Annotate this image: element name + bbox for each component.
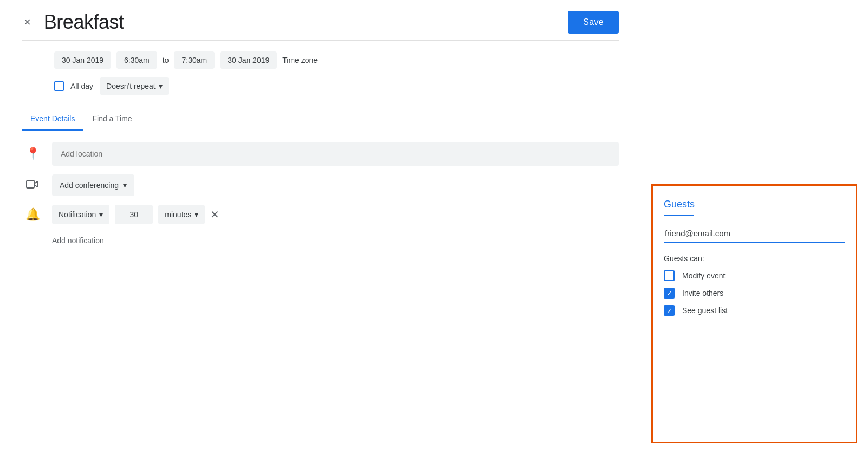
notification-type-label: Notification <box>59 210 96 219</box>
notification-unit-dropdown[interactable]: minutes ▾ <box>158 205 205 224</box>
see-guest-list-checkbox[interactable]: ✓ <box>664 305 675 316</box>
invite-others-label: Invite others <box>682 289 723 297</box>
tab-find-a-time[interactable]: Find a Time <box>83 108 140 131</box>
guests-panel: Guests Guests can: Modify event ✓ Invite… <box>651 184 857 443</box>
invite-others-checkmark-icon: ✓ <box>666 289 672 297</box>
modify-event-row: Modify event <box>664 270 845 281</box>
add-notification-button[interactable]: Add notification <box>52 236 104 245</box>
notification-row: 🔔 Notification ▾ minutes ▾ ✕ <box>22 205 619 224</box>
conferencing-caret-icon: ▾ <box>123 181 127 190</box>
notification-type-caret-icon: ▾ <box>99 210 103 219</box>
header-divider <box>22 40 619 41</box>
location-input[interactable] <box>52 142 619 166</box>
guests-can-label: Guests can: <box>664 254 845 263</box>
invite-others-row: ✓ Invite others <box>664 288 845 299</box>
notification-unit-label: minutes <box>165 210 191 219</box>
event-title: Breakfast <box>44 11 124 34</box>
add-notification-row: Add notification <box>52 233 619 245</box>
time-separator: to <box>163 56 169 64</box>
notification-value-input[interactable] <box>115 205 153 224</box>
modify-event-checkbox[interactable] <box>664 270 675 281</box>
end-time-button[interactable]: 7:30am <box>174 51 215 69</box>
location-row: 📍 <box>22 142 619 166</box>
remove-notification-button[interactable]: ✕ <box>210 208 219 221</box>
end-date-button[interactable]: 30 Jan 2019 <box>220 51 277 69</box>
see-guest-list-checkmark-icon: ✓ <box>666 307 672 315</box>
modify-event-label: Modify event <box>682 271 725 280</box>
allday-label: All day <box>70 82 93 90</box>
repeat-dropdown[interactable]: Doesn't repeat ▾ <box>100 77 169 95</box>
timezone-button[interactable]: Time zone <box>282 56 318 64</box>
invite-others-checkbox[interactable]: ✓ <box>664 288 675 299</box>
repeat-caret-icon: ▾ <box>159 82 163 90</box>
start-time-button[interactable]: 6:30am <box>116 51 157 69</box>
conferencing-label: Add conferencing <box>60 181 119 190</box>
notification-type-dropdown[interactable]: Notification ▾ <box>52 205 109 224</box>
guests-title: Guests <box>664 199 845 210</box>
allday-checkbox[interactable] <box>54 81 64 91</box>
svg-rect-0 <box>27 180 34 188</box>
repeat-label: Doesn't repeat <box>106 82 156 90</box>
start-date-button[interactable]: 30 Jan 2019 <box>54 51 111 69</box>
tab-event-details[interactable]: Event Details <box>22 108 83 131</box>
see-guest-list-row: ✓ See guest list <box>664 305 845 316</box>
bell-icon: 🔔 <box>25 207 40 222</box>
close-icon: × <box>24 15 31 29</box>
see-guest-list-label: See guest list <box>682 306 728 315</box>
conferencing-button[interactable]: Add conferencing ▾ <box>52 174 134 196</box>
conferencing-row: Add conferencing ▾ <box>22 174 619 196</box>
guests-title-underline <box>664 215 694 216</box>
close-button[interactable]: × <box>22 14 33 30</box>
notification-unit-caret-icon: ▾ <box>195 210 198 219</box>
location-icon: 📍 <box>25 147 40 161</box>
tabs-container: Event Details Find a Time <box>22 108 619 131</box>
save-button[interactable]: Save <box>568 11 619 34</box>
video-icon <box>26 179 39 192</box>
guest-email-input[interactable] <box>664 224 845 243</box>
